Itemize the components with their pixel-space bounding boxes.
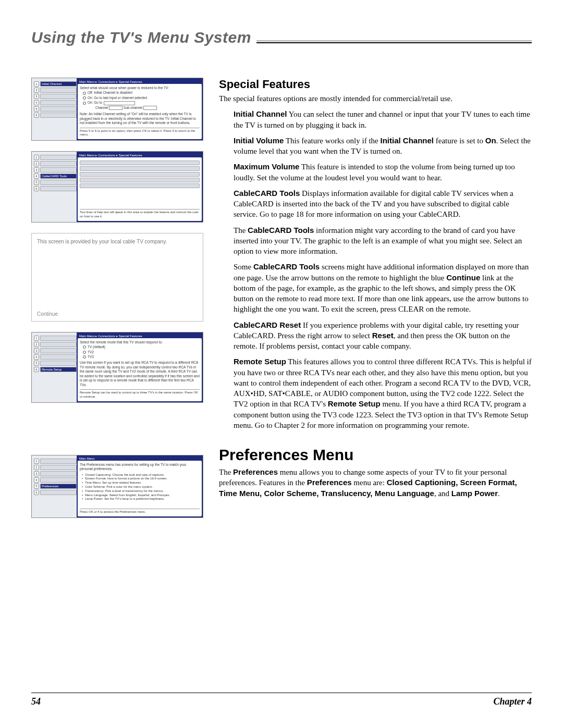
figure-initial-channel: 1Initial Channel 2 3 4 5 6 Main Menu ▸ C… [31,78,203,141]
preferences-heading: Preferences Menu [219,446,532,464]
para-cablecard-some: Some CableCARD Tools screens might have … [234,262,532,314]
channel-label: Channel [95,106,108,109]
para-cablecard-note: The CableCARD Tools information might va… [234,225,532,257]
figure-cablecard-tools: 1 2 3 4CableCARD Tools 5 6 Main Menu ▸ C… [31,151,203,223]
opt-goto: On: Go to [88,101,102,105]
chapter-title: Using the TV's Menu System [31,29,251,46]
panel-intro: Select the remote mode that this TV shou… [80,340,200,344]
bullet-color-scheme: Color Scheme: Pick a color for the menu … [82,485,200,489]
panel-help: Remote Setup can be used to control up t… [80,389,200,399]
bullet-translucency: Translucency: Pick a level of translucen… [82,489,200,493]
tab-preferences: Preferences [40,484,77,489]
para-preferences: The Preferences menu allows you to chang… [219,467,532,499]
breadcrumb: Main Menu ▸ Connections ▸ Special Featur… [78,153,202,157]
figure-preferences: 1 2 3 4 5Preferences 6 Main Menu The Pre… [31,455,203,518]
para-remote-setup: Remote Setup This features allows you to… [234,356,532,430]
continue-link: Continue [37,311,58,317]
subchannel-label: Sub-channel [124,106,143,109]
provider-text: This screen is provided by your local ca… [37,239,198,244]
para-initial-channel: Initial Channel You can select the tuner… [234,109,532,130]
bullet-menu-language: Menu Language: Select from English, Espa… [82,493,200,498]
panel-note: Note: An Initial Channel setting of "On"… [80,112,200,125]
panel-help: Press 5 or 6 to point to an option, then… [80,128,200,138]
special-features-heading: Special Features [219,78,532,91]
chapter-label: Chapter 4 [493,696,532,707]
panel-help: Press OK or 4 to access the Preferences … [80,509,200,514]
page-footer: 54 Chapter 4 [31,693,532,707]
panel-intro: The Preferences menu has screens for set… [80,463,200,472]
tab-initial-channel: Initial Channel [40,81,77,87]
breadcrumb: Main Menu [78,456,202,461]
special-intro: The special features options are mostly … [219,93,532,104]
para-cablecard-tools: CableCARD Tools Displays information ava… [234,188,532,220]
opt-last: On: Go to last input or channel selected [88,96,147,100]
bullet-cc: Closed Captioning: Choose the look and t… [82,473,200,477]
opt-tv3: TV3 [88,355,94,359]
opt-tv2: TV2 [88,350,94,354]
tab-remote-setup: Remote Setup [40,367,77,372]
figures-column: 1Initial Channel 2 3 4 5 6 Main Menu ▸ C… [31,78,203,518]
para-cablecard-reset: CableCARD Reset If you experience proble… [234,320,532,352]
title-rule [256,41,532,43]
bullet-lamp-power: Lamp Power: Set the TV's lamp to a prefe… [82,497,200,501]
panel-intro: Select what should occur when power is r… [80,86,200,90]
para-max-volume: Maximum Volume This feature is intended … [234,162,532,183]
opt-tv1: TV (default) [88,345,105,349]
opt-off: Off: Initial Channel is disabled [88,91,132,95]
para-initial-volume: Initial Volume This feature works only i… [234,135,532,157]
panel-help: Two lines of help text will apear in thi… [80,209,200,219]
page-number: 54 [31,696,41,707]
tab-cablecard: CableCARD Tools [40,174,77,179]
breadcrumb: Main Menu ▸ Connections ▸ Special Featur… [78,334,202,338]
figure-cable-provider-screen: This screen is provided by your local ca… [31,233,203,322]
panel-body: Use this screen if you want to set up th… [80,361,200,387]
bullet-time-menu: Time Menu: Set up time-related features. [82,481,200,485]
body-text-column: Special Features The special features op… [219,78,532,518]
bullet-screen-format: Screen Format: How to format a picture o… [82,477,200,481]
figure-remote-setup: 1 2 3 4 5 6Remote Setup Main Menu ▸ Conn… [31,332,203,403]
breadcrumb: Main Menu ▸ Connections ▸ Special Featur… [78,79,202,84]
